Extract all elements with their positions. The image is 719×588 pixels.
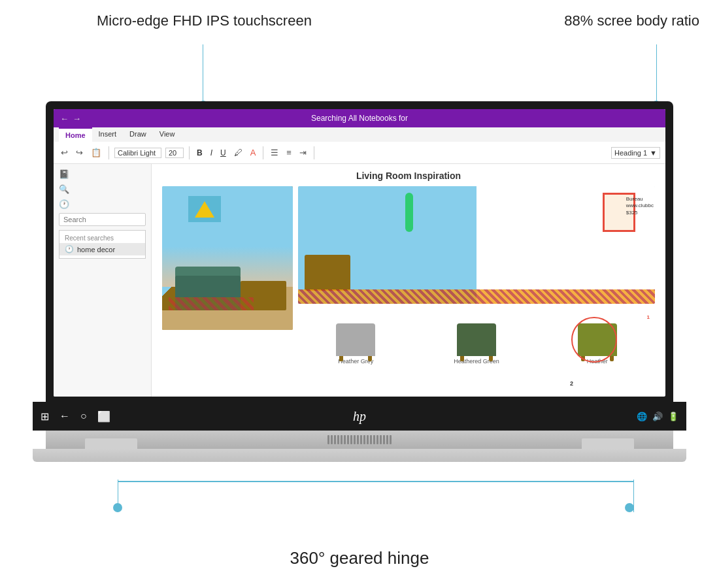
onenote-content-area: Living Room Inspiration <box>152 164 665 397</box>
ribbon-tabs: Home Insert Draw View <box>54 127 665 142</box>
undo-icon[interactable]: ↩ <box>59 146 70 159</box>
vent-1 <box>327 435 329 444</box>
vent-13 <box>367 435 369 444</box>
hp-logo-text: hp <box>353 409 366 423</box>
font-name-field[interactable]: Calibri Light <box>114 148 161 158</box>
vent-2 <box>331 435 333 444</box>
list-number-icon[interactable]: ≡ <box>284 146 293 159</box>
volume-icon[interactable]: 🔊 <box>652 412 663 421</box>
bottom-h-line <box>118 481 634 482</box>
recent-search-item[interactable]: 🕐 home decor <box>59 243 145 255</box>
screen-display: ← → Searching All Notebooks for Home Ins… <box>54 109 665 397</box>
tab-insert[interactable]: Insert <box>92 127 124 142</box>
titlebar-text: Searching All Notebooks for <box>311 114 408 123</box>
vent-8 <box>350 435 352 444</box>
vent-14 <box>370 435 372 444</box>
chair-item-grey: Heather Grey <box>298 323 414 365</box>
vent-10 <box>357 435 359 444</box>
ribbon-toolbar: ↩ ↪ 📋 Calibri Light 20 B I U 🖊 A ☰ ≡ ⇥ H… <box>54 142 665 164</box>
italic-button[interactable]: I <box>209 148 214 158</box>
back-taskbar-icon[interactable]: ← <box>59 410 70 422</box>
font-size-field[interactable]: 20 <box>165 148 184 158</box>
vent-12 <box>363 435 365 444</box>
heading-dropdown[interactable]: Heading 1 ▼ <box>611 147 660 159</box>
room-rug <box>169 297 254 310</box>
onenote-body: 📓 🔍 🕐 Recent searches 🕐 home decor <box>54 164 665 397</box>
separator-1 <box>109 146 109 159</box>
room-floor <box>162 310 293 330</box>
recent-searches-label: Recent searches <box>59 233 145 243</box>
vent-6 <box>344 435 346 444</box>
vent-17 <box>380 435 382 444</box>
triangle-art <box>195 201 214 218</box>
search-input[interactable] <box>59 213 146 226</box>
history-icon[interactable]: 🕐 <box>59 199 146 209</box>
forward-arrow[interactable]: → <box>73 114 81 123</box>
clipboard-icon[interactable]: 📋 <box>89 146 103 159</box>
hinge-annotation: 360° geared hinge <box>290 547 429 570</box>
vent-3 <box>334 435 336 444</box>
back-arrow[interactable]: ← <box>60 114 69 123</box>
tab-draw[interactable]: Draw <box>123 127 153 142</box>
chair-legs-2 <box>460 356 493 361</box>
right-connector-line <box>656 44 657 103</box>
font-color-icon[interactable]: A <box>248 146 258 159</box>
battery-icon[interactable]: 🔋 <box>668 412 678 421</box>
hp-logo: hp <box>353 409 366 424</box>
redo-icon[interactable]: ↪ <box>74 146 85 159</box>
indent-icon[interactable]: ⇥ <box>297 146 309 159</box>
left-connector-line <box>203 44 203 103</box>
selection-circle <box>571 317 617 363</box>
leg-2 <box>368 356 372 361</box>
chair-legs <box>339 356 372 361</box>
notebook-icon[interactable]: 📓 <box>59 169 146 179</box>
keyboard-base <box>33 449 686 462</box>
bottom-bezel <box>46 431 673 449</box>
top-bg <box>298 186 655 304</box>
screen-bezel: ← → Searching All Notebooks for Home Ins… <box>46 101 673 402</box>
left-image <box>162 186 293 386</box>
annotation-number-1: 1 <box>647 314 650 320</box>
windows-icon[interactable]: ⊞ <box>41 410 49 423</box>
list-bullet-icon[interactable]: ☰ <box>269 146 280 159</box>
network-icon[interactable]: 🌐 <box>637 412 647 421</box>
highlight-icon[interactable]: 🖊 <box>232 146 244 159</box>
annotation-number-2: 2 <box>570 380 573 387</box>
taskbar-right: 🌐 🔊 🔋 <box>637 412 678 421</box>
leg-4 <box>489 356 493 361</box>
vent-9 <box>354 435 356 444</box>
vent-5 <box>341 435 343 444</box>
heading-label: Heading 1 <box>614 149 647 157</box>
hinge-left <box>85 438 137 449</box>
chair-options: Heather Grey Heathered <box>298 308 655 380</box>
nav-arrows: ← → <box>60 114 81 123</box>
chair-item-green: Heathered Green <box>419 323 535 365</box>
bureau-text: Bureauwww.clubbc$325 <box>626 196 654 216</box>
room-picture <box>188 196 221 222</box>
page-title: Living Room Inspiration <box>162 171 655 181</box>
leg-3 <box>460 356 464 361</box>
right-images: Bureauwww.clubbc$325 <box>298 186 655 386</box>
cortana-icon[interactable]: ○ <box>80 410 87 422</box>
separator-4 <box>314 146 314 159</box>
vent-11 <box>360 435 362 444</box>
chair-green-shape <box>457 323 496 356</box>
dropdown-arrow: ▼ <box>650 149 657 157</box>
orange-chair <box>305 255 350 291</box>
search-sidebar-icon[interactable]: 🔍 <box>59 184 146 194</box>
separator-3 <box>263 146 263 159</box>
underline-button[interactable]: U <box>218 148 228 158</box>
leg-6 <box>610 356 614 361</box>
recent-item-text: home decor <box>77 246 115 253</box>
bold-button[interactable]: B <box>195 148 205 158</box>
tab-view[interactable]: View <box>153 127 182 142</box>
screen-ratio-label: 88% scree body ratio <box>564 12 699 29</box>
onenote-titlebar: ← → Searching All Notebooks for <box>54 109 665 127</box>
hinge-right <box>582 438 634 449</box>
vent-4 <box>337 435 339 444</box>
taskview-icon[interactable]: ⬜ <box>97 410 110 423</box>
vent-18 <box>383 435 385 444</box>
vent-15 <box>373 435 375 444</box>
tab-home[interactable]: Home <box>59 127 92 142</box>
screen-ratio-annotation: 88% scree body ratio <box>564 12 699 31</box>
